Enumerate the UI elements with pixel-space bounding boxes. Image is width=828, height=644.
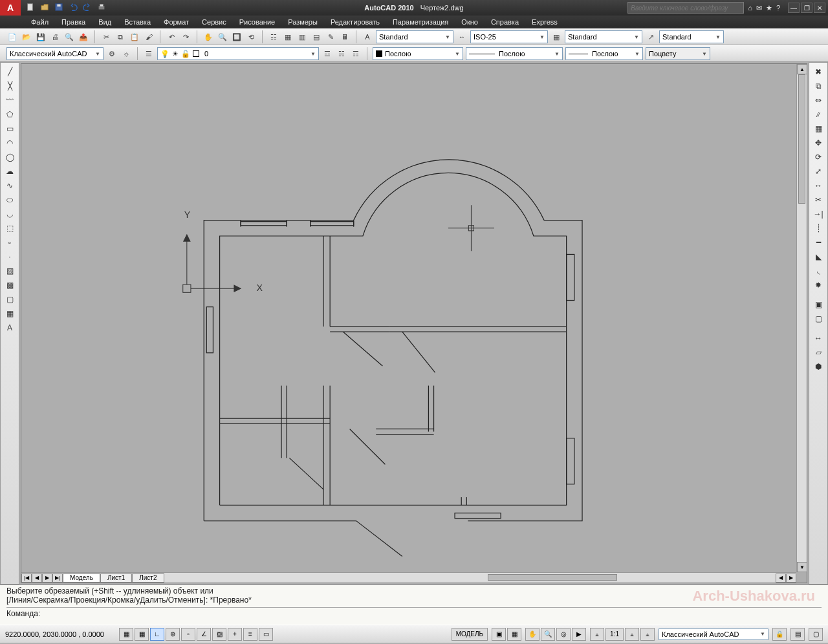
- osnap-toggle[interactable]: ▫: [181, 628, 195, 641]
- zoom-realtime-icon[interactable]: 🔍: [217, 31, 228, 43]
- layer-iso-icon[interactable]: ☶: [350, 48, 362, 59]
- publish-icon[interactable]: 📤: [78, 31, 89, 43]
- cut-icon[interactable]: ✂: [100, 31, 112, 43]
- dcenter-icon[interactable]: ▦: [282, 31, 294, 43]
- coords-display[interactable]: 9220.0000, 2030.0000 , 0.0000: [5, 630, 115, 638]
- snap-toggle[interactable]: ▦: [119, 628, 133, 641]
- qnew-icon[interactable]: 📄: [6, 31, 18, 43]
- lwt-toggle[interactable]: ≡: [243, 628, 257, 641]
- menu-express[interactable]: Express: [527, 17, 563, 27]
- undo-btn-icon[interactable]: ↶: [166, 31, 177, 43]
- vertical-scrollbar[interactable]: ▲ ▼: [796, 64, 807, 572]
- rotate-icon[interactable]: ⟳: [812, 151, 825, 164]
- mleaderstyle-icon[interactable]: ↗: [645, 31, 657, 43]
- quickcalc-icon[interactable]: 🖩: [339, 31, 351, 43]
- menu-dimension[interactable]: Размеры: [283, 17, 323, 27]
- zoom-status-icon[interactable]: 🔍: [541, 628, 555, 641]
- table-style-combo[interactable]: Standard▼: [565, 30, 642, 43]
- layer-previous-icon[interactable]: ☵: [336, 48, 347, 59]
- draworder-front-icon[interactable]: ▣: [812, 298, 825, 311]
- help-search-input[interactable]: [627, 2, 744, 14]
- matchprop-icon[interactable]: 🖌: [143, 31, 155, 43]
- array-icon[interactable]: ▦: [812, 122, 825, 135]
- break-icon[interactable]: ┊: [812, 222, 825, 235]
- dyn-toggle[interactable]: +: [228, 628, 242, 641]
- stretch-icon[interactable]: ↔: [812, 179, 825, 192]
- save-file-icon[interactable]: 💾: [35, 31, 47, 43]
- explode-icon[interactable]: ✸: [812, 279, 825, 292]
- hatch-icon[interactable]: ▨: [3, 264, 16, 277]
- table-icon[interactable]: ▦: [3, 307, 16, 320]
- polyline-icon[interactable]: 〰: [3, 94, 16, 107]
- measure-dist-icon[interactable]: ↔: [812, 332, 825, 345]
- ortho-toggle[interactable]: ∟: [150, 628, 164, 641]
- scroll-right-button[interactable]: ▶: [786, 574, 796, 583]
- maximize-button[interactable]: ❐: [801, 3, 812, 13]
- menu-draw[interactable]: Рисование: [234, 17, 280, 27]
- textstyle-icon[interactable]: A: [362, 31, 373, 43]
- rectangle-icon[interactable]: ▭: [3, 122, 16, 135]
- sheetset-icon[interactable]: ▤: [310, 31, 322, 43]
- properties-icon[interactable]: ☷: [268, 31, 279, 43]
- clean-screen-icon[interactable]: ▢: [809, 628, 823, 641]
- toolpalettes-icon[interactable]: ▥: [296, 31, 308, 43]
- mirror-icon[interactable]: ⇔: [812, 94, 825, 107]
- layer-states-icon[interactable]: ☲: [321, 48, 333, 59]
- grid-toggle[interactable]: ▦: [135, 628, 149, 641]
- extend-icon[interactable]: →|: [812, 208, 825, 220]
- menu-tools[interactable]: Сервис: [197, 17, 232, 27]
- save-icon[interactable]: [54, 3, 65, 13]
- close-button[interactable]: ✕: [814, 3, 825, 13]
- comm-center-icon[interactable]: ✉: [756, 4, 762, 12]
- annoauto-icon[interactable]: ⟁: [640, 628, 655, 641]
- measure-mass-icon[interactable]: ⬢: [812, 360, 825, 373]
- command-input[interactable]: [43, 609, 822, 618]
- undo-icon[interactable]: [69, 3, 79, 13]
- join-icon[interactable]: ━: [812, 236, 825, 249]
- move-icon[interactable]: ✥: [812, 136, 825, 149]
- dim-style-combo[interactable]: ISO-25▼: [470, 30, 548, 43]
- pan-icon[interactable]: ✋: [202, 31, 214, 43]
- workspace-combo[interactable]: Классический AutoCAD▼: [6, 47, 104, 60]
- scale-icon[interactable]: ⤢: [812, 165, 825, 178]
- tab-sheet2[interactable]: Лист2: [132, 574, 164, 583]
- pan-status-icon[interactable]: ✋: [525, 628, 539, 641]
- hardware-accel-icon[interactable]: ▤: [790, 628, 805, 641]
- annoscale-icon[interactable]: ⟁: [590, 628, 604, 641]
- menu-format[interactable]: Формат: [158, 17, 194, 27]
- lineweight-combo[interactable]: Послою▼: [565, 47, 643, 60]
- model-paper-toggle[interactable]: МОДЕЛЬ: [452, 628, 488, 641]
- arc-icon[interactable]: ◠: [3, 136, 16, 149]
- workspace-save-icon[interactable]: ☼: [120, 48, 132, 59]
- circle-icon[interactable]: ◯: [3, 151, 16, 164]
- gradient-icon[interactable]: ▩: [3, 279, 16, 292]
- menu-file[interactable]: Файл: [26, 17, 54, 27]
- chamfer-icon[interactable]: ◣: [812, 250, 825, 263]
- layer-combo[interactable]: 💡 ☀ 🔓 0 ▼: [157, 47, 319, 60]
- revcloud-icon[interactable]: ☁: [3, 165, 16, 178]
- menu-insert[interactable]: Вставка: [119, 17, 156, 27]
- paste-icon[interactable]: 📋: [129, 31, 140, 43]
- command-window[interactable]: Arch-Ushakova.ru Выберите обрезаемый (+S…: [0, 585, 828, 625]
- scroll-left-button[interactable]: ◀: [776, 574, 786, 583]
- copy-icon[interactable]: ⧉: [114, 31, 126, 43]
- menu-modify[interactable]: Редактировать: [325, 17, 385, 27]
- measure-area-icon[interactable]: ▱: [812, 346, 825, 359]
- ducs-toggle[interactable]: ▨: [212, 628, 226, 641]
- print-icon[interactable]: [97, 3, 107, 13]
- draworder-back-icon[interactable]: ▢: [812, 312, 825, 325]
- drawing-canvas[interactable]: X Y: [21, 63, 807, 583]
- plot-icon[interactable]: 🖨: [49, 31, 61, 43]
- tablestyle-icon[interactable]: ▦: [550, 31, 562, 43]
- plot-preview-icon[interactable]: 🔍: [63, 31, 75, 43]
- vscroll-thumb[interactable]: [798, 74, 805, 204]
- tab-last-button[interactable]: ▶|: [52, 574, 63, 583]
- qp-toggle[interactable]: ▭: [259, 628, 273, 641]
- menu-window[interactable]: Окно: [456, 17, 483, 27]
- spline-icon[interactable]: ∿: [3, 179, 16, 192]
- dimstyle-icon[interactable]: ↔: [456, 31, 468, 43]
- region-icon[interactable]: ▢: [3, 293, 16, 306]
- text-style-combo[interactable]: Standard▼: [376, 30, 453, 43]
- fillet-icon[interactable]: ◟: [812, 264, 825, 277]
- horizontal-scrollbar[interactable]: |◀ ◀ ▶ ▶| Модель Лист1 Лист2 ◀ ▶: [21, 572, 796, 583]
